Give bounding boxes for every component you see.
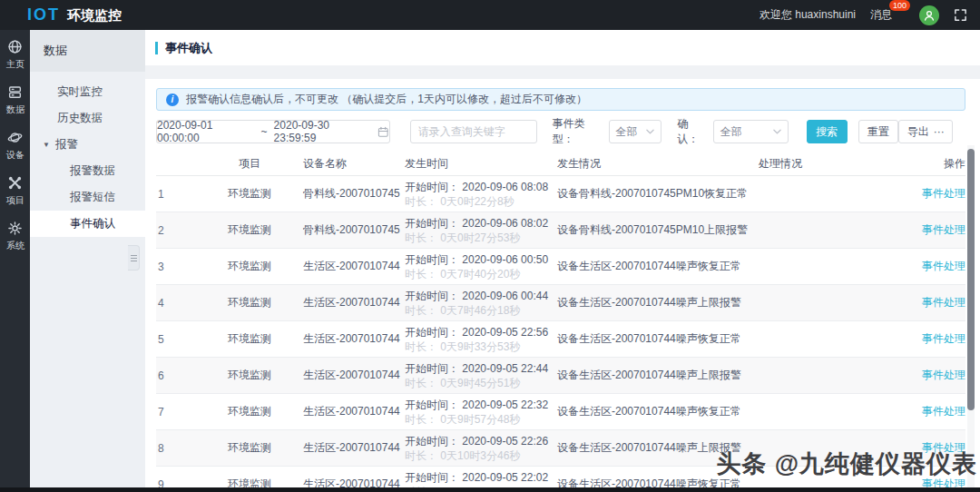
sidebar-section-title: 数据 (30, 30, 145, 72)
cell-device-name: 生活区-2007010744 (303, 259, 405, 274)
cell-action: 事件处理 (895, 331, 965, 347)
rail-item-home[interactable]: 主页 (5, 39, 25, 69)
date-end: 2020-09-30 23:59:59 (274, 119, 372, 144)
cell-device-name: 生活区-2007010744 (303, 404, 405, 419)
cell-action: 事件处理 (895, 368, 965, 383)
caret-down-icon: ▼ (43, 132, 50, 158)
info-alert: 报警确认信息确认后，不可更改 （确认提交后，1天内可以修改，超过后不可修改） (156, 88, 965, 111)
row-index: 8 (156, 442, 196, 455)
cell-occurrence: 设备生活区-2007010744噪声上限报警 (557, 368, 759, 383)
event-handle-link[interactable]: 事件处理 (922, 223, 965, 236)
data-icon (7, 84, 23, 100)
header-occur-time: 发生时间 (405, 156, 557, 171)
cell-device-name: 生活区-2007010744 (303, 331, 405, 347)
header-device-name: 设备名称 (303, 156, 405, 172)
handle-grip-icon (131, 258, 137, 259)
table-row: 7 环境监测 生活区-2007010744 开始时间： 2020-09-05 2… (156, 394, 965, 430)
event-handle-link[interactable]: 事件处理 (922, 369, 965, 381)
event-handle-link[interactable]: 事件处理 (922, 260, 965, 272)
scrollbar-thumb[interactable] (967, 149, 975, 410)
cell-project: 环境监测 (196, 440, 303, 456)
event-handle-link[interactable]: 事件处理 (922, 187, 965, 200)
sidebar-item-history[interactable]: 历史数据 (30, 105, 145, 132)
logo-text: IOT (27, 5, 60, 25)
bottom-edge-strip (0, 487, 980, 492)
content-panel: 报警确认信息确认后，不可更改 （确认提交后，1天内可以修改，超过后不可修改） 2… (145, 79, 980, 487)
date-range-picker[interactable]: 2020-09-01 00:00:00 ~ 2020-09-30 23:59:5… (156, 120, 390, 143)
device-icon (7, 130, 23, 145)
header-project: 项目 (196, 156, 303, 172)
cell-occur-time: 开始时间： 2020-09-06 00:50 时长： 0天7时40分20秒 (405, 252, 557, 281)
sidebar-collapse-handle[interactable] (128, 245, 140, 271)
sidebar-item-realtime[interactable]: 实时监控 (30, 79, 145, 105)
vertical-scrollbar (967, 145, 975, 487)
cell-occurrence: 设备生活区-2007010744噪声恢复正常 (557, 331, 759, 347)
main-content: 事件确认 报警确认信息确认后，不可更改 （确认提交后，1天内可以修改，超过后不可… (145, 30, 980, 487)
sidebar-item-alarm-sms[interactable]: 报警短信 (30, 184, 145, 211)
sidebar-item-alarm-group[interactable]: ▼报警 (30, 132, 145, 158)
cell-project: 环境监测 (196, 222, 303, 238)
cell-project: 环境监测 (196, 368, 303, 383)
header-occurrence: 发生情况 (557, 156, 759, 172)
brand: IOT 环境监控 (27, 5, 122, 25)
welcome-text: 欢迎您 huaxinshuini (760, 7, 856, 23)
home-globe-icon (7, 39, 23, 54)
messages-link[interactable]: 消息 100 (870, 7, 892, 23)
fullscreen-icon[interactable] (954, 8, 967, 22)
search-input[interactable] (410, 120, 537, 143)
cell-occurrence: 设备生活区-2007010744噪声恢复正常 (557, 259, 759, 274)
event-handle-link[interactable]: 事件处理 (922, 332, 965, 345)
info-icon (166, 93, 179, 106)
row-index: 4 (156, 297, 196, 310)
person-icon (923, 9, 936, 22)
events-table: 项目 设备名称 发生时间 发生情况 处理情况 操作 1 环境监测 骨料线-200… (156, 152, 965, 492)
cell-project: 环境监测 (196, 186, 303, 202)
rail-item-data[interactable]: 数据 (5, 84, 25, 114)
cell-device-name: 骨料线-2007010745 (303, 222, 405, 238)
date-start: 2020-09-01 00:00:00 (157, 119, 255, 144)
reset-button[interactable]: 重置 (858, 120, 899, 143)
calendar-icon (377, 126, 389, 138)
cell-action: 事件处理 (895, 295, 965, 310)
event-type-select[interactable]: 全部 (609, 120, 662, 143)
filter-bar: 2020-09-01 00:00:00 ~ 2020-09-30 23:59:5… (156, 120, 965, 143)
cell-occurrence: 设备骨料线-2007010745PM10上限报警 (557, 222, 759, 238)
cell-occurrence: 设备骨料线-2007010745PM10恢复正常 (557, 186, 759, 202)
page-title-bar: 事件确认 (145, 30, 980, 65)
cell-action: 事件处理 (895, 404, 965, 419)
search-button[interactable]: 搜索 (807, 120, 848, 143)
cell-device-name: 生活区-2007010744 (303, 440, 405, 456)
chevron-down-icon (773, 129, 781, 134)
user-avatar[interactable] (919, 5, 939, 25)
event-handle-link[interactable]: 事件处理 (922, 296, 965, 309)
table-header-row: 项目 设备名称 发生时间 发生情况 处理情况 操作 (156, 152, 965, 176)
cell-device-name: 生活区-2007010744 (303, 295, 405, 310)
export-button[interactable]: 导出··· (898, 120, 953, 143)
row-index: 6 (156, 369, 196, 382)
cell-occurrence: 设备生活区-2007010744噪声恢复正常 (557, 404, 759, 419)
table-row: 2 环境监测 骨料线-2007010745 开始时间： 2020-09-06 0… (156, 212, 965, 249)
rail-item-project[interactable]: 项目 (5, 175, 25, 205)
cell-occur-time: 开始时间： 2020-09-06 08:08 时长： 0天0时22分8秒 (405, 180, 557, 209)
cell-project: 环境监测 (196, 404, 303, 419)
table-row: 6 环境监测 生活区-2007010744 开始时间： 2020-09-05 2… (156, 358, 965, 394)
cell-occur-time: 开始时间： 2020-09-06 08:02 时长： 0天0时27分53秒 (405, 216, 557, 245)
watermark-text: 头条 @九纯健仪器仪表 (716, 448, 977, 480)
chevron-down-icon (646, 129, 654, 134)
rail-item-system[interactable]: 系统 (5, 221, 25, 251)
row-index: 3 (156, 261, 196, 273)
confirm-select[interactable]: 全部 (713, 120, 789, 143)
row-index: 1 (156, 188, 196, 201)
cell-project: 环境监测 (196, 331, 303, 347)
sidebar-item-event-confirm[interactable]: 事件确认 (30, 211, 145, 237)
cell-occur-time: 开始时间： 2020-09-05 22:26 时长： 0天10时3分46秒 (405, 434, 557, 463)
table-row: 5 环境监测 生活区-2007010744 开始时间： 2020-09-05 2… (156, 321, 965, 358)
sidebar-item-alarm-data[interactable]: 报警数据 (30, 158, 145, 184)
page-title: 事件确认 (165, 40, 212, 56)
event-handle-link[interactable]: 事件处理 (922, 405, 965, 418)
project-icon (7, 175, 23, 191)
rail-item-device[interactable]: 设备 (5, 130, 25, 160)
cell-action: 事件处理 (895, 222, 965, 238)
event-type-label: 事件类型： (553, 116, 603, 147)
table-row: 1 环境监测 骨料线-2007010745 开始时间： 2020-09-06 0… (156, 176, 965, 212)
